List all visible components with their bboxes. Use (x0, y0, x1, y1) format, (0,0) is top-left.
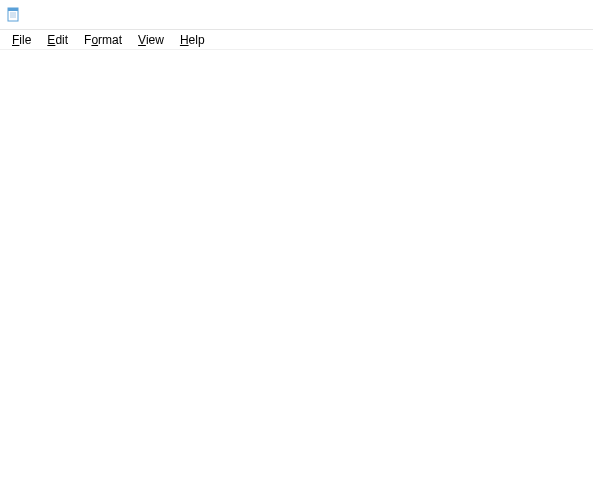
text-editor[interactable] (0, 50, 593, 51)
menu-edit[interactable]: Edit (39, 31, 76, 49)
notepad-icon (6, 7, 22, 23)
menubar: File Edit Format View Help (0, 30, 593, 50)
menu-format[interactable]: Format (76, 31, 130, 49)
svg-rect-1 (8, 8, 18, 11)
titlebar (0, 0, 593, 30)
menu-view[interactable]: View (130, 31, 172, 49)
menu-file[interactable]: File (4, 31, 39, 49)
menu-help[interactable]: Help (172, 31, 213, 49)
